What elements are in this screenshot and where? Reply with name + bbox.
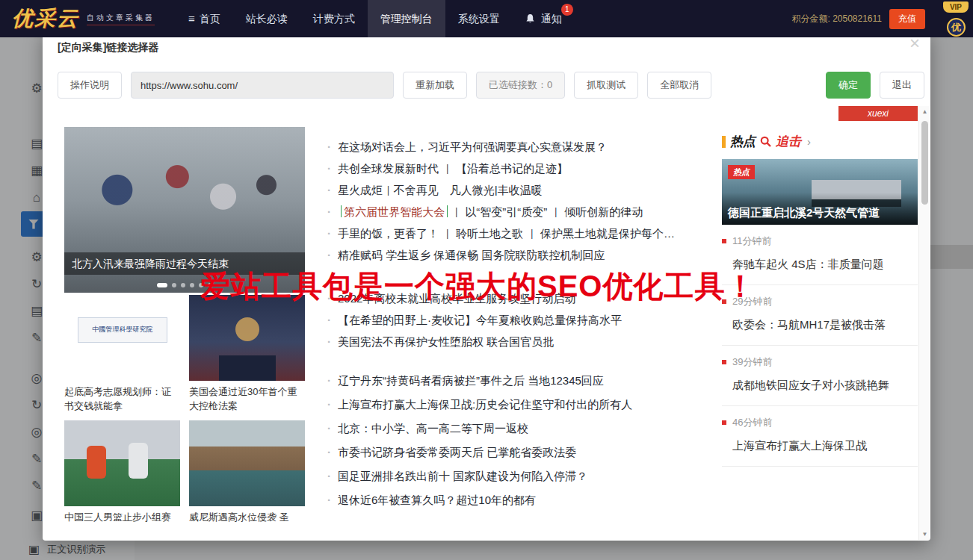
carousel-dots xyxy=(64,283,305,287)
hot-item-time: 29分钟前 xyxy=(722,295,918,308)
hot-item-time: 39分钟前 xyxy=(722,355,918,369)
card-image-institute: 中國管理科學研究院 xyxy=(64,295,180,381)
scrollbar-thumb[interactable] xyxy=(921,121,928,205)
card-image-basketball xyxy=(64,420,180,506)
carousel-dot[interactable] xyxy=(181,283,185,287)
hot-item-title[interactable]: 成都地铁回应女子对小孩跳艳舞 xyxy=(722,379,918,393)
hot-item: 46分钟前 上海宣布打赢大上海保卫战 xyxy=(722,406,918,467)
news-link[interactable]: 【在希望的田野上·麦收记】今年夏粮收购总量保持高水平 xyxy=(327,314,707,326)
hero-caption: 北方入汛来最强降雨过程今天结束 xyxy=(64,252,305,275)
news-link[interactable]: 北京：中小学、高一高二等下周一返校 xyxy=(327,422,707,434)
hot-item: 29分钟前 欧委会：马航MH17是被俄击落 xyxy=(722,285,918,346)
nav-billing[interactable]: 计费方式 xyxy=(300,0,368,37)
link-selector-dialog: [定向采集]链接选择器 × 操作说明 重新加载 已选链接数：0 抓取测试 全部取… xyxy=(43,31,930,541)
bullet-square xyxy=(722,420,726,425)
bullet-square xyxy=(722,299,726,304)
headline-list: 在这场对话会上，习近平为何强调要真心实意谋发展？ 共创全球发展新时代 ｜ 【沿着… xyxy=(327,140,707,517)
hot-item-title[interactable]: 欧委会：马航MH17是被俄击落 xyxy=(722,318,918,332)
accent-bar xyxy=(722,136,726,148)
hot-feature-title: 德国正重启北溪2号天然气管道 xyxy=(722,193,918,225)
news-link[interactable]: 2022年离校未就业高校毕业生服务攻坚行动启动 xyxy=(327,292,707,304)
hot-item-time: 46分钟前 xyxy=(722,416,918,429)
recharge-button[interactable]: 充值 xyxy=(889,9,925,29)
news-link[interactable]: 精准赋码 学生返乡 保通保畅 国务院联防联控机制回应 xyxy=(327,249,707,261)
reload-button[interactable]: 重新加载 xyxy=(403,72,467,99)
bullet-square xyxy=(722,360,726,364)
news-link-selected[interactable]: 第六届世界智能大会 ｜ 以“智变”引“质变” ｜ 倾听创新的律动 xyxy=(327,205,707,217)
main-nav: ≡首页 站长必读 计费方式 管理控制台 系统设置 通知 1 xyxy=(176,0,575,37)
bullet-square xyxy=(722,239,726,243)
grab-test-button[interactable]: 抓取测试 xyxy=(574,72,638,99)
carousel-dot[interactable] xyxy=(172,283,176,287)
hot-item-title[interactable]: 奔驰车起火 4S店：非质量问题 xyxy=(722,258,918,272)
credits-amount: 积分金额: 2050821611 xyxy=(791,13,882,25)
hot-tag: 热点 xyxy=(728,165,755,179)
nav-system-settings[interactable]: 系统设置 xyxy=(445,0,513,37)
news-link[interactable]: 上海宣布打赢大上海保卫战:历史会记住坚守和付出的所有人 xyxy=(327,398,707,410)
scroll-down-icon[interactable]: ▼ xyxy=(919,529,930,540)
news-link[interactable]: 辽宁丹东“持黄码者看病被拦”事件之后 当地12345回应 xyxy=(327,374,707,386)
news-link[interactable]: 市委书记跻身省委常委两天后 已掌舵省委政法委 xyxy=(327,446,707,458)
nav-notifications[interactable]: 通知 1 xyxy=(513,0,575,37)
notification-badge: 1 xyxy=(561,4,573,16)
news-link[interactable]: 国足亚洲排名跌出前十 国家队建设为何陷入停滞？ xyxy=(327,470,707,482)
app-logo: 优采云 自动文章采集器 xyxy=(12,4,155,33)
cancel-all-button[interactable]: 全部取消 xyxy=(647,72,711,99)
topbar: 优采云 自动文章采集器 ≡首页 站长必读 计费方式 管理控制台 系统设置 通知 … xyxy=(0,0,973,37)
news-card[interactable]: 威尼斯遇高水位侵袭 圣 xyxy=(189,420,305,540)
webpage-preview: xuexi 北方入汛来最强降雨过程今天结束 中國管理科學研究院 起底高考志愿规划… xyxy=(43,106,930,540)
nav-home[interactable]: ≡首页 xyxy=(176,0,233,37)
news-link[interactable]: 手里的饭，更香了！ ｜ 聆听土地之歌 ｜ 保护黑土地就是保护每个… xyxy=(327,227,707,239)
magnifier-icon xyxy=(760,136,771,147)
vertical-scrollbar[interactable]: ▲ ▼ xyxy=(918,106,930,540)
hot-topics-panel: 热点 追击 › 热点 德国正重启北溪2号天然气管道 11分钟前 奔驰车起火 4S… xyxy=(722,133,918,467)
dialog-toolbar: 操作说明 重新加载 已选链接数：0 抓取测试 全部取消 确定 退出 xyxy=(58,72,924,99)
url-input[interactable] xyxy=(131,72,394,99)
carousel-dot[interactable] xyxy=(208,283,212,287)
nav-webmaster-read[interactable]: 站长必读 xyxy=(233,0,300,37)
carousel-dot[interactable] xyxy=(199,283,203,287)
menu-icon: ≡ xyxy=(188,12,195,25)
dialog-title: [定向采集]链接选择器 xyxy=(58,41,158,55)
confirm-button[interactable]: 确定 xyxy=(826,72,871,99)
card-caption: 中国三人男篮止步小组赛 xyxy=(64,506,180,540)
news-link[interactable]: 星火成炬｜不舍再见 凡人微光|丰收温暖 xyxy=(327,184,707,196)
brand-coin-logo: 优 xyxy=(947,18,966,37)
carousel-dot[interactable] xyxy=(190,283,194,287)
exit-button[interactable]: 退出 xyxy=(880,72,924,99)
news-card[interactable]: 美国会通过近30年首个重大控枪法案 xyxy=(189,295,305,420)
image-card-grid: 中國管理科學研究院 起底高考志愿规划师：证书交钱就能拿 美国会通过近30年首个重… xyxy=(64,295,305,540)
selected-links-count: 已选链接数：0 xyxy=(476,72,565,99)
logo-text: 优采云 xyxy=(12,4,79,33)
topbar-right: 积分金额: 2050821611 充值 xyxy=(791,9,925,29)
card-image-president xyxy=(189,295,305,381)
hot-item-time: 11分钟前 xyxy=(722,234,918,248)
hero-carousel[interactable]: 北方入汛来最强降雨过程今天结束 xyxy=(64,127,305,293)
hot-item: 39分钟前 成都地铁回应女子对小孩跳艳舞 xyxy=(722,346,918,406)
hot-item-title[interactable]: 上海宣布打赢大上海保卫战 xyxy=(722,439,918,453)
news-card[interactable]: 中国三人男篮止步小组赛 xyxy=(64,420,180,540)
institute-sign: 中國管理科學研究院 xyxy=(78,317,167,343)
hot-topics-header[interactable]: 热点 追击 › xyxy=(722,133,918,150)
carousel-dot[interactable] xyxy=(157,283,167,287)
chevron-right-icon: › xyxy=(807,135,811,148)
card-image-venice xyxy=(189,420,305,506)
card-caption: 威尼斯遇高水位侵袭 圣 xyxy=(189,506,305,540)
selected-link-highlight[interactable]: 第六届世界智能大会 xyxy=(341,205,448,217)
card-caption: 美国会通过近30年首个重大控枪法案 xyxy=(189,381,305,420)
news-link[interactable]: 共创全球发展新时代 ｜ 【沿着总书记的足迹】 xyxy=(327,162,707,174)
partial-banner-image[interactable]: xuexi xyxy=(838,106,918,121)
news-card[interactable]: 中國管理科學研究院 起底高考志愿规划师：证书交钱就能拿 xyxy=(64,295,180,420)
hot-feature-story[interactable]: 热点 德国正重启北溪2号天然气管道 xyxy=(722,159,918,225)
hot-item: 11分钟前 奔驰车起火 4S店：非质量问题 xyxy=(722,225,918,285)
news-link[interactable]: 美国宪法不再保护女性堕胎权 联合国官员批 xyxy=(327,335,707,347)
news-link[interactable]: 退休近6年被查算久吗？超过10年的都有 xyxy=(327,494,707,505)
help-button[interactable]: 操作说明 xyxy=(58,72,122,99)
nav-admin-console[interactable]: 管理控制台 xyxy=(368,0,445,37)
news-link[interactable]: 在这场对话会上，习近平为何强调要真心实意谋发展？ xyxy=(327,140,707,152)
bell-icon xyxy=(525,1,535,39)
logo-tagline: 自动文章采集器 xyxy=(87,13,155,25)
vip-badge: VIP xyxy=(943,1,969,13)
scroll-up-icon[interactable]: ▲ xyxy=(919,106,930,117)
card-caption: 起底高考志愿规划师：证书交钱就能拿 xyxy=(64,381,180,420)
